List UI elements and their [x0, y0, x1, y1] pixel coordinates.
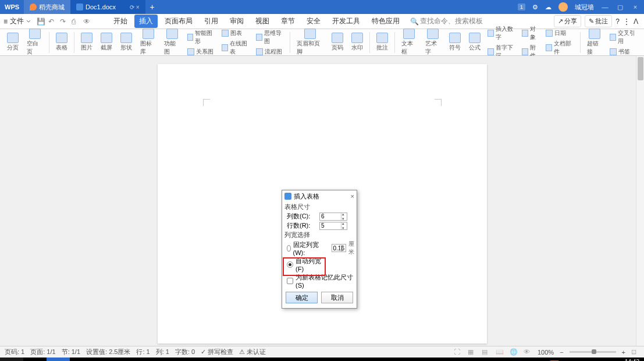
rb-date[interactable]: 日期 [543, 29, 577, 38]
rb-screenshot[interactable]: 截屏 [97, 31, 116, 53]
more-icon[interactable]: ⋮ [623, 17, 630, 26]
dialog-titlebar[interactable]: 插入表格 × [282, 190, 357, 202]
view-outline-icon[interactable]: ▤ [482, 348, 490, 356]
rb-insertnum[interactable]: 插入数字 [485, 24, 518, 42]
tab-actions[interactable]: ⟳ × [130, 4, 140, 10]
rb-relation[interactable]: 关系图 [185, 47, 218, 56]
rb-shapes[interactable]: 形状 [117, 31, 136, 53]
tab-references[interactable]: 引用 [200, 15, 223, 28]
file-menu[interactable]: ≡文件 [3, 16, 31, 26]
rb-comment[interactable]: 批注 [373, 31, 392, 53]
share-button[interactable]: ↗分享 [554, 15, 581, 27]
taskbar-clock[interactable]: 14:43 2019/8/14 星期三 [595, 359, 639, 361]
annotate-button[interactable]: ✎批注 [585, 15, 612, 27]
rb-bookmark[interactable]: 书签 [607, 47, 641, 56]
undo-icon[interactable]: ↶ [48, 17, 56, 26]
tab-view[interactable]: 视图 [251, 15, 274, 28]
print-icon[interactable]: ⎙ [72, 17, 80, 26]
view-read-icon[interactable]: 📖 [496, 348, 504, 356]
tab-section[interactable]: 章节 [276, 15, 300, 28]
new-tab-button[interactable]: + [145, 2, 159, 12]
save-icon[interactable]: 💾 [37, 17, 45, 26]
rb-mindmap[interactable]: 思维导图 [254, 29, 287, 46]
rb-table[interactable]: 表格 [52, 31, 71, 53]
rb-docparts[interactable]: 文档部件 [543, 39, 577, 56]
tab-doc[interactable]: Doc1.docx ⟳ × [70, 0, 145, 14]
cancel-button[interactable]: 取消 [321, 292, 353, 303]
status-section[interactable]: 节: 1/1 [62, 348, 80, 356]
maximize-button[interactable]: ▢ [616, 3, 624, 11]
username: 城冠墙 [575, 3, 594, 12]
tab-pagelayout[interactable]: 页面布局 [160, 15, 197, 28]
cols-spinner[interactable]: 6 [319, 213, 347, 221]
zoom-in-button[interactable]: + [622, 349, 625, 356]
rb-hyperlink[interactable]: 超链接 [583, 27, 606, 57]
status-line[interactable]: 行: 1 [136, 348, 150, 356]
close-button[interactable]: × [631, 3, 639, 10]
rb-onlinechart[interactable]: 在线图表 [219, 39, 252, 56]
notification-badge[interactable]: 1 [518, 3, 525, 10]
check-remember[interactable] [287, 278, 293, 284]
rb-smartart[interactable]: 智能图形 [185, 29, 218, 46]
view-eye-icon[interactable]: 👁 [524, 348, 532, 356]
status-col[interactable]: 列: 1 [156, 348, 169, 356]
rb-headerfooter[interactable]: 页眉和页脚 [293, 27, 326, 57]
tab-review[interactable]: 审阅 [225, 15, 248, 28]
collapse-ribbon-icon[interactable]: ᐱ [634, 17, 638, 26]
rb-chart[interactable]: 图表 [219, 29, 252, 38]
doc-icon [76, 3, 83, 10]
rb-textbox[interactable]: 文本框 [398, 27, 421, 57]
status-doccheck[interactable]: ⚠ 未认证 [239, 348, 266, 356]
rb-pagebreak[interactable]: 分页 [3, 31, 22, 53]
cloud-icon[interactable]: ☁ [545, 3, 552, 11]
vertical-scrollbar[interactable] [636, 56, 644, 346]
tab-insert[interactable]: 插入 [134, 15, 158, 28]
view-fullscreen-icon[interactable]: ⛶ [454, 348, 462, 356]
status-page[interactable]: 页码: 1 [5, 348, 24, 356]
zoom-fit-icon[interactable]: ⊡ [631, 348, 639, 356]
rb-object[interactable]: 对象 [520, 24, 542, 42]
start-button[interactable]: ⊞ [0, 358, 23, 361]
taskview-button[interactable]: ▭ [23, 358, 47, 361]
tab-developer[interactable]: 开发工具 [328, 15, 365, 28]
taskbar-wps[interactable]: W [47, 358, 70, 361]
status-setvalue[interactable]: 设置值: 2.5厘米 [86, 348, 130, 356]
help-icon[interactable]: ? [615, 17, 620, 26]
rb-equation[interactable]: 公式 [465, 31, 484, 53]
radio-fixedwidth[interactable] [287, 245, 291, 252]
gift-icon[interactable]: ⚙ [532, 3, 538, 11]
rb-crossref[interactable]: 交叉引用 [607, 29, 641, 46]
minimize-button[interactable]: — [601, 3, 609, 10]
status-pages[interactable]: 页面: 1/1 [30, 348, 55, 356]
rb-iconlib[interactable]: 图标库 [137, 27, 159, 57]
rows-spinner[interactable]: 5 [319, 222, 347, 230]
preview-icon[interactable]: 👁 [83, 17, 91, 26]
radio-autowidth[interactable] [287, 261, 293, 268]
app-logo: WPS [0, 3, 24, 10]
tab-special[interactable]: 特色应用 [367, 15, 404, 28]
rb-picture[interactable]: 图片 [77, 31, 96, 53]
view-print-icon[interactable]: ▦ [468, 348, 476, 356]
rb-wordart[interactable]: 艺术字 [422, 27, 444, 57]
command-search[interactable]: 🔍 查找命令、搜索模板 [410, 16, 483, 26]
fixedwidth-spinner[interactable]: 0.16 [332, 244, 346, 252]
rb-blankpage[interactable]: 空白页 [23, 27, 46, 57]
tab-security[interactable]: 安全 [302, 15, 325, 28]
zoom-slider[interactable] [570, 351, 616, 353]
tab-store[interactable]: 稻壳商城 [24, 0, 70, 14]
redo-icon[interactable]: ↷ [60, 17, 68, 26]
rb-watermark[interactable]: 水印 [348, 31, 367, 53]
dialog-close-button[interactable]: × [351, 193, 354, 200]
avatar[interactable] [558, 2, 568, 12]
status-spellcheck[interactable]: ✓ 拼写检查 [201, 348, 233, 356]
tab-start[interactable]: 开始 [109, 15, 132, 28]
rb-funcchart[interactable]: 功能图 [161, 27, 183, 57]
rb-pagenum[interactable]: 页码 [328, 31, 347, 53]
rb-flowchart[interactable]: 流程图 [254, 47, 287, 56]
view-web-icon[interactable]: 🌐 [510, 348, 518, 356]
zoom-value[interactable]: 100% [538, 349, 554, 356]
zoom-out-button[interactable]: − [560, 349, 563, 356]
status-words[interactable]: 字数: 0 [175, 348, 195, 356]
ok-button[interactable]: 确定 [286, 292, 318, 303]
rb-symbol[interactable]: 符号 [446, 31, 464, 53]
